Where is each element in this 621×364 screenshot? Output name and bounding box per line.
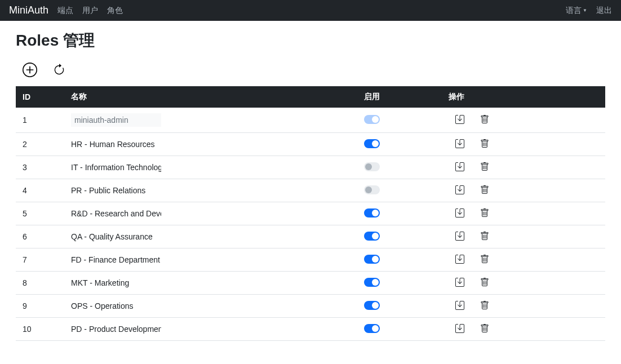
name-input[interactable] [71, 162, 161, 173]
cell-actions [444, 318, 605, 341]
add-button[interactable] [23, 63, 37, 77]
name-input[interactable] [71, 300, 161, 312]
nav-link-users[interactable]: 用户 [82, 6, 98, 16]
save-button[interactable] [455, 301, 464, 312]
refresh-button[interactable] [53, 64, 65, 76]
save-button[interactable] [455, 278, 464, 288]
logout-link[interactable]: 退出 [596, 6, 612, 16]
table-row: 5 [16, 202, 605, 225]
plus-circle-icon [23, 63, 37, 77]
name-input[interactable] [71, 231, 161, 242]
name-input[interactable] [71, 208, 161, 219]
cell-actions [444, 295, 605, 318]
navbar: MiniAuth 端点 用户 角色 语言 ▼ 退出 [0, 0, 621, 21]
table-row: 9 [16, 295, 605, 318]
enable-toggle[interactable] [364, 185, 380, 194]
cell-name [66, 156, 360, 179]
chevron-down-icon: ▼ [583, 8, 587, 13]
delete-button[interactable] [480, 208, 489, 219]
language-label: 语言 [566, 6, 582, 16]
save-button[interactable] [455, 324, 464, 335]
cell-enable [360, 133, 444, 156]
save-button[interactable] [455, 185, 464, 196]
save-button[interactable] [455, 162, 464, 173]
cell-name [66, 318, 360, 341]
delete-button[interactable] [480, 301, 489, 312]
cell-id: 3 [16, 156, 66, 179]
delete-button[interactable] [480, 115, 489, 126]
cell-enable [360, 272, 444, 295]
save-icon [455, 255, 464, 265]
nav-link-endpoints[interactable]: 端点 [57, 6, 73, 16]
save-icon [455, 232, 464, 242]
save-icon [455, 208, 464, 219]
page-header: Roles 管理 [0, 21, 621, 56]
delete-button[interactable] [480, 139, 489, 150]
save-icon [455, 162, 464, 173]
table-row: 3 [16, 156, 605, 179]
enable-toggle[interactable] [364, 255, 380, 264]
cell-actions [444, 272, 605, 295]
cell-name [66, 248, 360, 272]
cell-name [66, 133, 360, 156]
cell-id: 5 [16, 202, 66, 225]
enable-toggle[interactable] [364, 139, 380, 148]
save-button[interactable] [455, 232, 464, 242]
save-button[interactable] [455, 255, 464, 265]
table-row: 2 [16, 133, 605, 156]
cell-enable [360, 202, 444, 225]
roles-table: ID 名称 启用 操作 12345678910 [16, 86, 605, 341]
cell-name [66, 295, 360, 318]
delete-button[interactable] [480, 324, 489, 335]
table-row: 4 [16, 179, 605, 202]
cell-actions [444, 225, 605, 248]
table-row: 10 [16, 318, 605, 341]
name-input[interactable] [71, 139, 161, 150]
delete-button[interactable] [480, 255, 489, 265]
name-input[interactable] [71, 277, 161, 288]
cell-actions [444, 202, 605, 225]
save-icon [455, 278, 464, 288]
trash-icon [480, 232, 489, 242]
name-input[interactable] [71, 185, 161, 196]
trash-icon [480, 139, 489, 150]
delete-button[interactable] [480, 278, 489, 288]
trash-icon [480, 115, 489, 126]
enable-toggle[interactable] [364, 232, 380, 241]
header-id: ID [16, 86, 66, 108]
cell-enable [360, 295, 444, 318]
cell-enable [360, 248, 444, 272]
enable-toggle[interactable] [364, 208, 380, 217]
enable-toggle[interactable] [364, 278, 380, 287]
name-input[interactable] [71, 113, 161, 127]
trash-icon [480, 162, 489, 173]
save-button[interactable] [455, 115, 464, 126]
cell-name [66, 272, 360, 295]
enable-toggle[interactable] [364, 301, 380, 310]
save-button[interactable] [455, 208, 464, 219]
table-row: 6 [16, 225, 605, 248]
cell-id: 1 [16, 108, 66, 133]
save-button[interactable] [455, 139, 464, 150]
name-input[interactable] [71, 323, 161, 335]
cell-enable [360, 225, 444, 248]
cell-enable [360, 108, 444, 133]
cell-enable [360, 179, 444, 202]
delete-button[interactable] [480, 232, 489, 242]
cell-id: 6 [16, 225, 66, 248]
header-actions: 操作 [444, 86, 605, 108]
delete-button[interactable] [480, 162, 489, 173]
cell-name [66, 225, 360, 248]
name-input[interactable] [71, 254, 161, 265]
cell-id: 4 [16, 179, 66, 202]
nav-link-roles[interactable]: 角色 [107, 6, 123, 16]
enable-toggle[interactable] [364, 324, 380, 333]
delete-button[interactable] [480, 185, 489, 196]
refresh-icon [53, 64, 65, 76]
language-dropdown[interactable]: 语言 ▼ [566, 6, 587, 16]
save-icon [455, 185, 464, 196]
trash-icon [480, 278, 489, 288]
cell-actions [444, 248, 605, 272]
enable-toggle[interactable] [364, 162, 380, 171]
brand[interactable]: MiniAuth [9, 5, 48, 16]
